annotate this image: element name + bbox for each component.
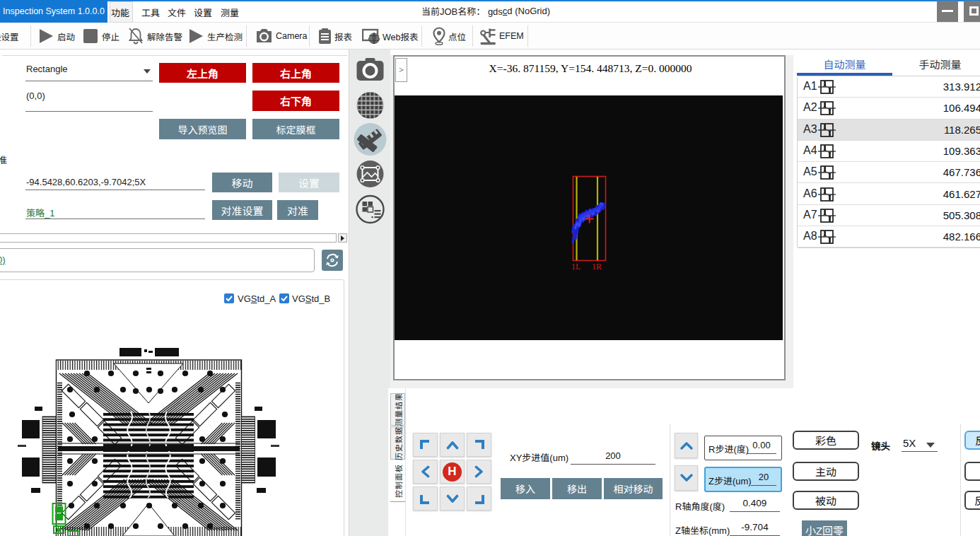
svg-text:1L: 1L [571,262,581,272]
svg-text:1R: 1R [592,262,602,272]
